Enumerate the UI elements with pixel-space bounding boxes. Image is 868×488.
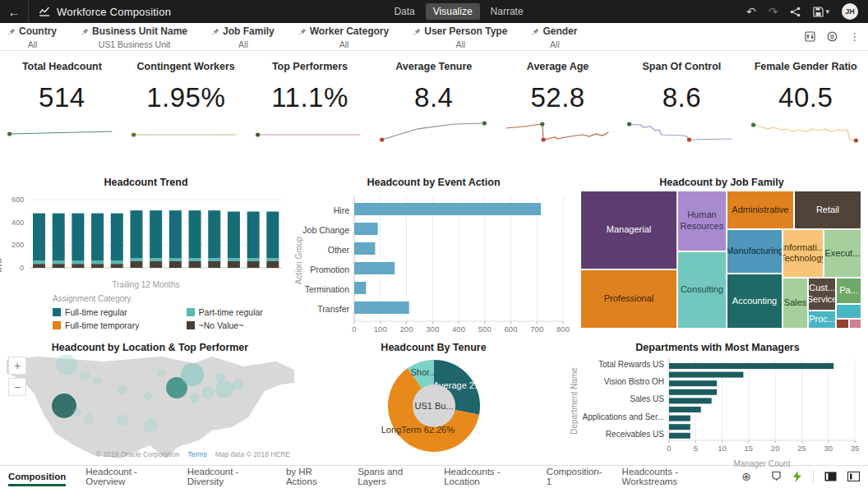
trend-bar-segment[interactable] [91, 260, 104, 264]
treemap-tile-consulting[interactable]: Consulting [677, 251, 727, 329]
map-bubble[interactable] [93, 377, 101, 385]
trend-bar-segment[interactable] [53, 214, 65, 261]
map-bubble[interactable] [181, 363, 204, 386]
trend-bar-segment[interactable] [189, 210, 201, 258]
treemap-tile-human[interactable]: HumanResources [677, 191, 727, 251]
undo-icon[interactable]: ↶ [746, 6, 756, 17]
treemap-tile-manufacturing[interactable]: Manufacturing [727, 229, 783, 274]
treemap-tile-retail[interactable]: Retail [794, 191, 861, 229]
trend-bar-segment[interactable] [247, 258, 260, 261]
kpi-female-gender-ratio[interactable]: Female Gender Ratio40.5 [744, 61, 868, 168]
trend-bar-segment[interactable] [266, 212, 279, 259]
filter-job-family[interactable]: Job FamilyAll [212, 24, 275, 49]
filter-user-person-type[interactable]: User Person TypeAll [413, 24, 507, 49]
treemap-tile-pa[interactable]: Pa... [836, 278, 861, 304]
map-bubble[interactable] [190, 393, 200, 403]
filter-country[interactable]: CountryAll [8, 24, 57, 49]
treemap-tile-informati[interactable]: Informati...Technology [783, 229, 824, 278]
map-bubble[interactable] [118, 384, 127, 394]
bar-applications-and-ser[interactable] [669, 416, 690, 421]
treemap-tile[interactable] [836, 304, 861, 319]
treemap-tile[interactable] [836, 319, 848, 329]
map-bubble[interactable] [80, 371, 90, 380]
redo-icon[interactable]: ↷ [769, 6, 778, 17]
trend-bar-segment[interactable] [91, 214, 104, 261]
map-bubble[interactable] [144, 392, 152, 400]
mode-tab-visualize[interactable]: Visualize [426, 3, 480, 20]
back-button[interactable]: ← [0, 0, 28, 23]
trend-bar-segment[interactable] [130, 210, 142, 258]
treemap-tile-administrative[interactable]: Administrative [727, 191, 794, 229]
map-bubble[interactable] [56, 355, 77, 375]
trend-bar-segment[interactable] [228, 212, 240, 259]
trend-bar-segment[interactable] [33, 264, 45, 268]
left-panel-handle[interactable] [0, 259, 2, 272]
bar-row-7[interactable] [669, 424, 690, 430]
trend-bar-segment[interactable] [150, 210, 162, 258]
map-terms-link[interactable]: Terms [188, 450, 207, 458]
trend-bar-segment[interactable] [72, 260, 84, 264]
save-icon[interactable]: ▾ [813, 7, 829, 17]
trend-bar-segment[interactable] [111, 214, 123, 261]
trend-bar-segment[interactable] [189, 258, 201, 261]
bar-total-rewards-us[interactable] [669, 363, 833, 369]
trend-bar-segment[interactable] [91, 264, 104, 268]
trend-bar-segment[interactable] [247, 212, 260, 259]
map-bubble[interactable] [117, 415, 128, 426]
avatar[interactable]: JH [842, 3, 858, 20]
legend-item-full-time-regular[interactable]: Full-time regular [53, 306, 169, 318]
legend-item-part-time-regular[interactable]: Part-time regular [187, 306, 292, 318]
trend-bar-segment[interactable] [111, 264, 123, 268]
trend-bar-segment[interactable] [53, 260, 65, 264]
map-bubble[interactable] [232, 379, 243, 390]
kpi-contingent-workers[interactable]: Contingent Workers1.95% [124, 61, 248, 168]
trend-bar-segment[interactable] [33, 214, 45, 261]
map-bubble[interactable] [215, 380, 233, 398]
bar-other[interactable] [354, 242, 375, 255]
trend-bar-segment[interactable] [169, 210, 182, 258]
bar-receivables-us[interactable] [669, 433, 690, 439]
trend-bar-segment[interactable] [228, 261, 240, 268]
trend-bar-segment[interactable] [266, 258, 279, 261]
trend-bar-segment[interactable] [169, 258, 182, 261]
mode-tab-data[interactable]: Data [386, 3, 422, 20]
filter-business-unit-name[interactable]: Business Unit NameUS1 Business Unit [81, 24, 187, 49]
mode-tab-narrate[interactable]: Narrate [483, 3, 531, 20]
trend-bar-segment[interactable] [228, 258, 240, 261]
trend-bar-segment[interactable] [111, 260, 123, 264]
bar-sales-us[interactable] [669, 398, 712, 403]
trend-bar-segment[interactable] [208, 210, 220, 258]
trend-bar-segment[interactable] [72, 264, 84, 268]
map-bubble[interactable] [201, 386, 215, 399]
treemap-tile-professional[interactable]: Professional [580, 269, 677, 329]
trend-bar-segment[interactable] [130, 258, 142, 261]
bar-job-change[interactable] [354, 223, 378, 235]
bar-row-1[interactable] [669, 372, 743, 378]
kpi-average-age[interactable]: Average Age52.8 [496, 61, 620, 168]
treemap-tile-sales[interactable]: Sales [783, 278, 808, 329]
kpi-top-performers[interactable]: Top Performers11.1% [248, 61, 372, 168]
trend-bar-segment[interactable] [150, 261, 162, 268]
map-bubble[interactable] [143, 418, 158, 433]
map-bubble[interactable] [73, 408, 81, 417]
map-bubble[interactable] [84, 414, 94, 424]
trend-bar-segment[interactable] [130, 261, 142, 268]
treemap-tile-execut[interactable]: Execut... [824, 229, 861, 278]
trend-bar-segment[interactable] [150, 258, 162, 261]
legend-item-no-value[interactable]: ~No Value~ [187, 319, 292, 331]
trend-bar-segment[interactable] [33, 260, 45, 264]
kpi-total-headcount[interactable]: Total Headcount514 [0, 61, 124, 168]
filter-bar-settings-icon[interactable] [805, 31, 815, 42]
treemap-tile-cust[interactable]: Cust...Service [808, 278, 836, 311]
map-zoom-in-button[interactable]: + [8, 357, 26, 375]
us-map[interactable] [5, 355, 295, 458]
bar-transfer[interactable] [354, 302, 409, 314]
trend-bar-segment[interactable] [247, 261, 260, 268]
treemap-tile-accounting[interactable]: Accounting [727, 274, 783, 329]
map-bubble[interactable] [215, 373, 225, 383]
bar-vision-bistro-oh[interactable] [669, 380, 717, 386]
legend-item-full-time-temporary[interactable]: Full-time temporary [53, 319, 169, 331]
filter-gender[interactable]: GenderAll [532, 24, 577, 49]
trend-bar-segment[interactable] [53, 264, 65, 268]
share-icon[interactable] [790, 7, 801, 17]
